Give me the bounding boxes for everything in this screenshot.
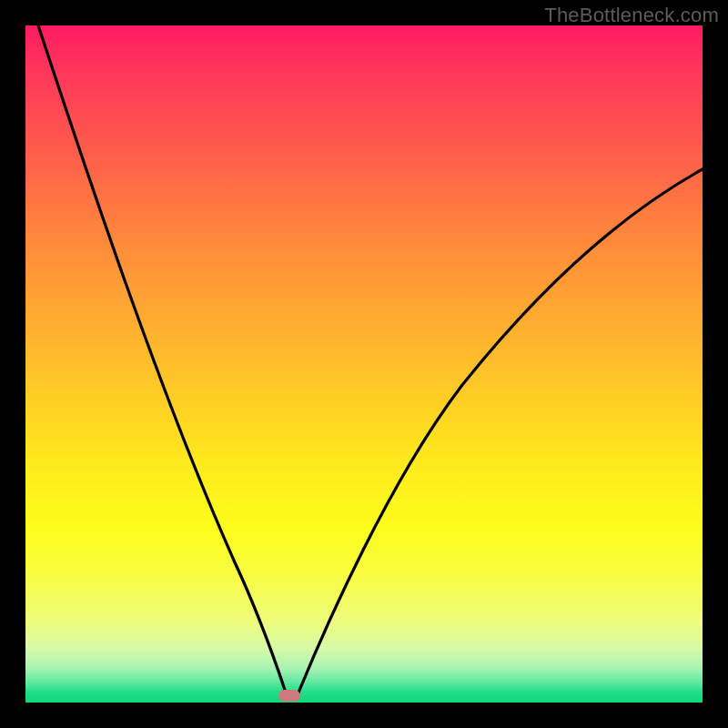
- plot-area: [25, 25, 703, 703]
- watermark-text: TheBottleneck.com: [544, 4, 719, 27]
- chart-frame: TheBottleneck.com: [0, 0, 728, 728]
- bottleneck-curve: [25, 25, 703, 703]
- optimum-marker: [278, 690, 300, 702]
